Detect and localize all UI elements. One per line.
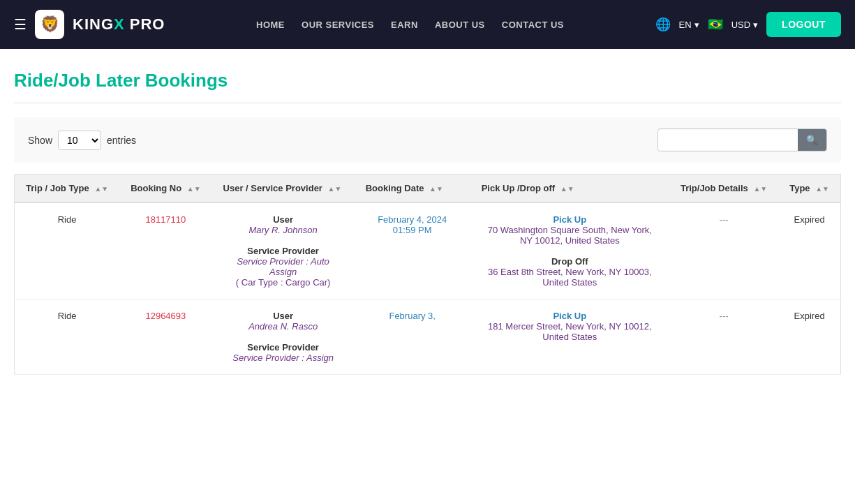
col-booking-date[interactable]: Booking Date ▲▼: [355, 175, 470, 203]
page-content: Ride/Job Later Bookings Show 10 25 50 10…: [0, 49, 855, 504]
cell-trip-details-1: ---: [669, 299, 778, 375]
brand-name: KINGX PRO: [73, 15, 165, 34]
cell-trip-job-type-0: Ride: [15, 202, 120, 299]
cell-booking-no-0: 18117110: [119, 202, 211, 299]
header-nav: HOME OUR SERVICES EARN ABOUT US CONTACT …: [256, 20, 564, 30]
table-controls: Show 10 25 50 100 entries 🔍: [14, 117, 841, 163]
col-type[interactable]: Type ▲▼: [778, 175, 840, 203]
cell-booking-date-1: February 3,: [355, 299, 470, 375]
currency-chevron-icon: ▾: [753, 20, 758, 30]
flag-icon: 🇧🇷: [708, 17, 723, 32]
show-label: Show: [28, 135, 52, 146]
header-left: ☰ 🦁 KINGX PRO: [14, 10, 165, 39]
logo-box: 🦁: [35, 10, 64, 39]
page-title: Ride/Job Later Bookings: [14, 70, 841, 91]
divider: [14, 103, 841, 103]
search-input[interactable]: [658, 131, 798, 150]
sort-icon-trip-job-type: ▲▼: [94, 185, 108, 193]
sort-icon-pickup-dropoff: ▲▼: [560, 185, 574, 193]
header-right: 🌐 EN ▾ 🇧🇷 USD ▾ LOGOUT: [655, 12, 841, 37]
currency-selector[interactable]: USD ▾: [731, 20, 758, 30]
nav-contact-us[interactable]: CONTACT US: [502, 20, 564, 30]
sort-icon-user-sp: ▲▼: [328, 185, 342, 193]
globe-icon: 🌐: [655, 17, 671, 32]
cell-user-sp-0: User Mary R. Johnson Service Provider Se…: [212, 202, 355, 299]
search-icon: 🔍: [806, 135, 818, 145]
col-user-service-provider[interactable]: User / Service Provider ▲▼: [212, 175, 355, 203]
table-row: Ride 18117110 User Mary R. Johnson Servi…: [15, 202, 841, 299]
nav-about-us[interactable]: ABOUT US: [435, 20, 485, 30]
data-table: Trip / Job Type ▲▼ Booking No ▲▼ User / …: [14, 174, 841, 375]
sort-icon-trip-details: ▲▼: [753, 185, 767, 193]
header: ☰ 🦁 KINGX PRO HOME OUR SERVICES EARN ABO…: [0, 0, 855, 49]
show-entries: Show 10 25 50 100 entries: [28, 131, 136, 150]
table-header-row: Trip / Job Type ▲▼ Booking No ▲▼ User / …: [15, 175, 841, 203]
logout-button[interactable]: LOGOUT: [766, 12, 841, 37]
cell-booking-no-1: 12964693: [119, 299, 211, 375]
sort-icon-booking-no: ▲▼: [187, 185, 201, 193]
col-pickup-dropoff[interactable]: Pick Up /Drop off ▲▼: [470, 175, 669, 203]
cell-type-1: Expired: [778, 299, 840, 375]
search-box: 🔍: [657, 128, 827, 151]
col-trip-job-type[interactable]: Trip / Job Type ▲▼: [15, 175, 120, 203]
hamburger-icon[interactable]: ☰: [14, 16, 27, 33]
cell-pickup-dropoff-1: Pick Up 181 Mercer Street, New York, NY …: [470, 299, 669, 375]
col-booking-no[interactable]: Booking No ▲▼: [119, 175, 211, 203]
lang-chevron-icon: ▾: [694, 20, 699, 30]
table-row: Ride 12964693 User Andrea N. Rasco Servi…: [15, 299, 841, 375]
cell-pickup-dropoff-0: Pick Up 70 Washington Square South, New …: [470, 202, 669, 299]
sort-icon-type: ▲▼: [815, 185, 829, 193]
cell-booking-date-0: February 4, 2024 01:59 PM: [355, 202, 470, 299]
nav-our-services[interactable]: OUR SERVICES: [302, 20, 374, 30]
entries-label: entries: [107, 135, 136, 146]
search-button[interactable]: 🔍: [798, 129, 826, 151]
nav-home[interactable]: HOME: [256, 20, 285, 30]
cell-user-sp-1: User Andrea N. Rasco Service Provider Se…: [212, 299, 355, 375]
lang-selector[interactable]: EN ▾: [679, 20, 699, 30]
sort-icon-booking-date: ▲▼: [429, 185, 443, 193]
cell-type-0: Expired: [778, 202, 840, 299]
col-trip-job-details[interactable]: Trip/Job Details ▲▼: [669, 175, 778, 203]
cell-trip-job-type-1: Ride: [15, 299, 120, 375]
entries-select[interactable]: 10 25 50 100: [58, 131, 101, 150]
nav-earn[interactable]: EARN: [391, 20, 418, 30]
cell-trip-details-0: ---: [669, 202, 778, 299]
